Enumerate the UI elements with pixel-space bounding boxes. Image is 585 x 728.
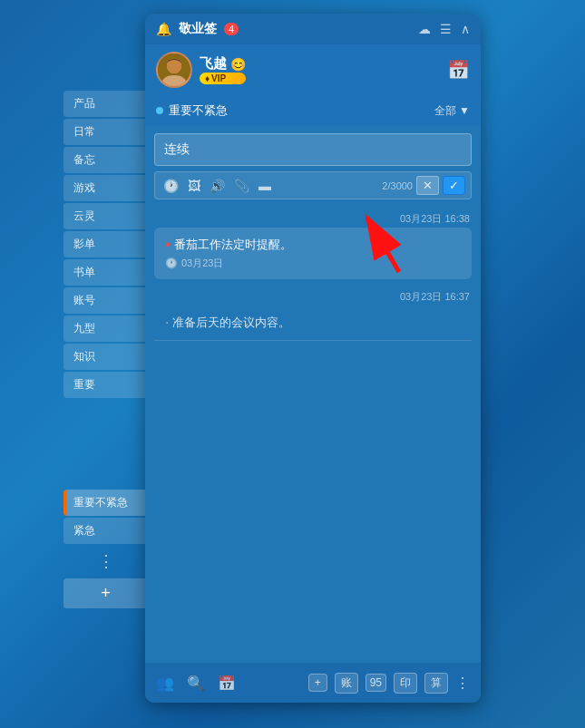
menu-icon[interactable]: ☰ bbox=[440, 22, 452, 36]
sidebar-bottom: 重要不紧急 紧急 ⋮ + bbox=[63, 490, 145, 608]
sidebar-item-product[interactable]: 产品 bbox=[63, 91, 145, 117]
section-header: 重要不紧急 全部 ▼ bbox=[145, 95, 481, 126]
user-bar: 飞越 😊 ♦ VIP 📅 bbox=[145, 44, 481, 95]
attach-icon[interactable]: 📎 bbox=[231, 177, 252, 195]
desktop: 产品 日常 备忘 游戏 云灵 影单 书单 账号 九型 知识 重要 bbox=[0, 0, 585, 728]
sidebar-item-movie[interactable]: 影单 bbox=[63, 231, 145, 257]
bottom-nav: 👥 🔍 📅 + 账 95 印 算 ⋮ bbox=[145, 663, 481, 703]
notification-badge: 4 bbox=[224, 23, 239, 35]
box-icon[interactable]: ▬ bbox=[256, 177, 274, 195]
input-section: 连续 🕐 🖼 🔊 📎 ▬ 2/3000 ✕ ✓ bbox=[145, 126, 481, 207]
nav-print-btn[interactable]: 印 bbox=[394, 673, 417, 694]
audio-icon[interactable]: 🔊 bbox=[207, 177, 228, 195]
cloud-icon[interactable]: ☁ bbox=[418, 22, 431, 36]
bell-icon: 🔔 bbox=[156, 22, 171, 36]
sidebar: 产品 日常 备忘 游戏 云灵 影单 书单 账号 九型 知识 重要 bbox=[63, 91, 145, 398]
section-label: 重要不紧急 bbox=[156, 102, 228, 119]
time-icon[interactable]: 🕐 bbox=[161, 177, 181, 195]
image-icon[interactable]: 🖼 bbox=[185, 177, 203, 195]
sidebar-add-button[interactable]: + bbox=[63, 578, 145, 608]
nav-count-badge: 95 bbox=[366, 674, 386, 692]
sidebar-item-memo[interactable]: 备忘 bbox=[63, 147, 145, 173]
header-right: ☁ ☰ ∧ bbox=[418, 22, 470, 36]
user-info: 飞越 😊 ♦ VIP bbox=[200, 55, 246, 84]
note-dot-2: · bbox=[165, 315, 169, 331]
nav-right: + 账 95 印 算 ⋮ bbox=[308, 673, 470, 694]
sidebar-item-daily[interactable]: 日常 bbox=[63, 119, 145, 145]
note-input[interactable]: 连续 bbox=[154, 133, 472, 166]
note-dot-1: • bbox=[165, 237, 171, 253]
sidebar-item-book[interactable]: 书单 bbox=[63, 259, 145, 286]
note-timestamp-2: 03月23日 16:37 bbox=[145, 285, 481, 306]
calendar-icon[interactable]: 📅 bbox=[447, 59, 470, 81]
nav-calendar-icon[interactable]: 📅 bbox=[218, 675, 236, 692]
close-icon[interactable]: ∧ bbox=[461, 22, 470, 36]
meta-clock-icon: 🕐 bbox=[165, 257, 178, 269]
sidebar-item-knowledge[interactable]: 知识 bbox=[63, 344, 145, 370]
sidebar-item-urgent[interactable]: 紧急 bbox=[63, 518, 145, 544]
sidebar-item-important[interactable]: 重要 bbox=[63, 372, 145, 398]
sidebar-item-game[interactable]: 游戏 bbox=[63, 175, 145, 201]
note-item-2[interactable]: · 准备后天的会议内容。 bbox=[154, 306, 472, 341]
header-title: 敬业签 bbox=[179, 21, 217, 37]
nav-calc-btn[interactable]: 算 bbox=[424, 673, 448, 694]
sidebar-item-cloud[interactable]: 云灵 bbox=[63, 203, 145, 229]
char-count: 2/3000 bbox=[382, 180, 413, 191]
section-filter[interactable]: 全部 ▼ bbox=[434, 103, 470, 119]
note-meta-1: 🕐 03月23日 bbox=[165, 257, 461, 270]
note-title-2: · 准备后天的会议内容。 bbox=[165, 315, 461, 331]
nav-add-btn[interactable]: + bbox=[308, 674, 327, 692]
avatar bbox=[156, 52, 192, 88]
smile-icon: 😊 bbox=[230, 57, 246, 72]
header-left: 🔔 敬业签 4 bbox=[156, 21, 239, 37]
panel-header: 🔔 敬业签 4 ☁ ☰ ∧ bbox=[145, 14, 481, 44]
sidebar-item-account[interactable]: 账号 bbox=[63, 287, 145, 314]
note-title-1: • 番茄工作法定时提醒。 bbox=[165, 237, 461, 253]
nav-account-btn[interactable]: 账 bbox=[335, 673, 358, 694]
toolbar-row: 🕐 🖼 🔊 📎 ▬ 2/3000 ✕ ✓ bbox=[154, 171, 472, 199]
section-dot bbox=[156, 107, 163, 114]
main-panel: 🔔 敬业签 4 ☁ ☰ ∧ bbox=[145, 14, 481, 703]
note-item-1[interactable]: • 番茄工作法定时提醒。 🕐 03月23日 bbox=[154, 228, 472, 279]
sidebar-item-important-not-urgent[interactable]: 重要不紧急 bbox=[63, 490, 145, 516]
nav-more-icon[interactable]: ⋮ bbox=[455, 675, 470, 692]
nav-search-icon[interactable]: 🔍 bbox=[187, 675, 205, 692]
user-name: 飞越 bbox=[200, 55, 227, 73]
sidebar-more-button[interactable]: ⋮ bbox=[63, 546, 145, 577]
user-left: 飞越 😊 ♦ VIP bbox=[156, 52, 246, 88]
sidebar-item-nine[interactable]: 九型 bbox=[63, 315, 145, 342]
nav-contacts-icon[interactable]: 👥 bbox=[156, 675, 174, 692]
note-timestamp-1: 03月23日 16:38 bbox=[145, 207, 481, 228]
cancel-button[interactable]: ✕ bbox=[416, 176, 439, 195]
confirm-button[interactable]: ✓ bbox=[443, 176, 465, 195]
vip-badge: ♦ VIP bbox=[200, 73, 246, 84]
